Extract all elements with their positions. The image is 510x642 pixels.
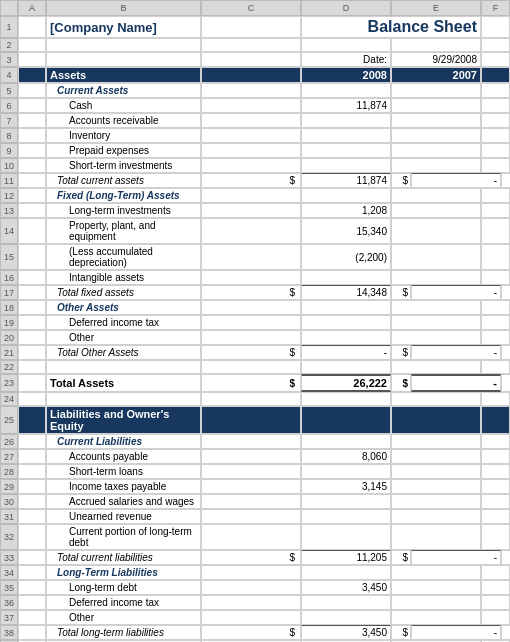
category-header-label: Long-Term Liabilities [46,565,201,580]
balance-sheet-title: Balance Sheet [301,16,481,38]
row-number: 29 [0,479,18,494]
row-number: 19 [0,315,18,330]
cell-f [481,330,510,345]
cell-a [18,610,46,625]
row-number: 10 [0,158,18,173]
sheet-row: 29Income taxes payable3,145 [0,479,510,494]
sheet-row: 16Intangible assets [0,270,510,285]
total-2008: - [301,345,391,360]
sheet-row: 15(Less accumulated depreciation)(2,200) [0,244,510,270]
row-number: 26 [0,434,18,449]
section-header-2008 [301,406,391,434]
cell-e [391,360,481,374]
cell-f [481,158,510,173]
row-number: 17 [0,285,18,300]
cell-a [18,128,46,143]
cell-a [18,113,46,128]
line-item-2008 [301,464,391,479]
col-header-a: A [18,0,46,16]
sheet-row: 34Long-Term Liabilities [0,565,510,580]
sheet-row: 8Inventory [0,128,510,143]
line-item-label: Short-term loans [46,464,201,479]
sheet-row: 33Total current liabilities$11,205$- [0,550,510,565]
row-number: 28 [0,464,18,479]
total-2008: 11,874 [301,173,391,188]
cell-c [201,610,301,625]
cell-b [46,38,201,52]
dollar-sign-e: $ [391,374,411,392]
cell-f [481,52,510,67]
cell-d [301,300,391,315]
cell-a [18,52,46,67]
cell-e [391,188,481,203]
line-item-label: Long-term investments [46,203,201,218]
cell-f [481,360,510,374]
cell-f [481,188,510,203]
row-number: 36 [0,595,18,610]
col-header-d: D [301,0,391,16]
col-header-c: C [201,0,301,16]
cell-c [201,464,301,479]
date-value: 9/29/2008 [391,52,481,67]
line-item-2008: (2,200) [301,244,391,270]
cell-c [201,113,301,128]
line-item-label: Deferred income tax [46,315,201,330]
sheet-row: 35Long-term debt3,450 [0,580,510,595]
cell-a [18,449,46,464]
cell-f [481,509,510,524]
line-item-2007 [391,610,481,625]
row-number: 21 [0,345,18,360]
cell-e [391,392,481,406]
cell-f [481,434,510,449]
cell-c [201,494,301,509]
dollar-sign-d: $ [201,345,301,360]
total-label: Total Other Assets [46,345,201,360]
sheet-row: 27Accounts payable8,060 [0,449,510,464]
cell-c [201,270,301,285]
cell-f [481,524,510,550]
cell-f [481,464,510,479]
line-item-label: Inventory [46,128,201,143]
cell-c [201,449,301,464]
sheet-row: 14Property, plant, and equipment15,340 [0,218,510,244]
cell-a [18,83,46,98]
sheet-row: 9Prepaid expenses [0,143,510,158]
row-number: 14 [0,218,18,244]
line-item-label: Accounts payable [46,449,201,464]
cell-f [481,565,510,580]
cell-c [201,16,301,38]
sheet-row: 23Total Assets$26,222$- [0,374,510,392]
row-number: 18 [0,300,18,315]
line-item-label: Property, plant, and equipment [46,218,201,244]
cell-d [301,434,391,449]
cell-c [201,406,301,434]
line-item-2008: 8,060 [301,449,391,464]
line-item-label: Income taxes payable [46,479,201,494]
sheet-row: 28Short-term loans [0,464,510,479]
date-label: Date: [301,52,391,67]
row-number: 37 [0,610,18,625]
sheet-row: 1[Company Name]Balance Sheet [0,16,510,38]
cell-c [201,565,301,580]
row-number: 12 [0,188,18,203]
dollar-sign-e: $ [391,173,411,188]
cell-d [301,83,391,98]
line-item-label: Unearned revenue [46,509,201,524]
line-item-2008 [301,113,391,128]
cell-c [201,524,301,550]
row-number: 34 [0,565,18,580]
row-number: 1 [0,16,18,38]
total-label: Total fixed assets [46,285,201,300]
total-label: Total current liabilities [46,550,201,565]
sheet-row: 13Long-term investments1,208 [0,203,510,218]
cell-a [18,464,46,479]
row-number: 3 [0,52,18,67]
sheet-row: 21Total Other Assets$-$- [0,345,510,360]
sheet-row: 36Deferred income tax [0,595,510,610]
cell-f [481,16,510,38]
cell-a [18,270,46,285]
cell-f [501,173,510,188]
cell-c [201,67,301,83]
cell-a [18,203,46,218]
line-item-2008 [301,315,391,330]
